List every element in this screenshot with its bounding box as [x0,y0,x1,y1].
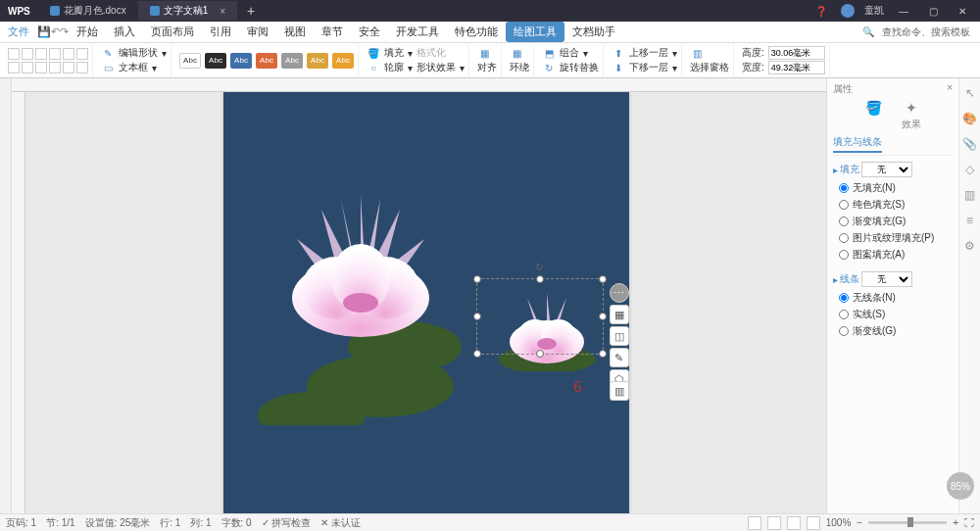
zoom-slider[interactable] [868,521,947,524]
rotate-handle-icon[interactable]: ↻ [535,262,545,271]
search-hint[interactable]: 查找命令、搜索模板 [882,25,970,39]
fill-select[interactable]: 无 [861,162,912,177]
line-option[interactable]: 无线条(N) [839,291,953,305]
fill-option[interactable]: 无填充(N) [839,181,953,195]
move-up-button[interactable]: ⬆上移一层 ▾ [612,46,677,60]
float-extra-icon[interactable]: ▥ [610,381,629,401]
height-input[interactable] [768,46,825,60]
file-menu[interactable]: 文件 [0,22,37,42]
menu-item[interactable]: 页面布局 [143,22,202,42]
menu-item[interactable]: 文档助手 [564,22,623,42]
view-mode-icon[interactable] [748,516,761,530]
resize-handle[interactable] [473,313,481,320]
menu-item[interactable]: 视图 [276,22,314,42]
fill-option[interactable]: 渐变填充(G) [839,215,953,228]
selection-box[interactable]: ↻ [476,278,604,355]
float-fill-icon[interactable]: ◫ [610,326,629,346]
combine-button[interactable]: ⬒组合 ▾ [542,46,599,60]
fill-option[interactable]: 图案填充(A) [839,248,953,262]
line-option[interactable]: 实线(S) [839,308,953,321]
float-layout-icon[interactable]: ▦ [610,305,629,324]
fill-button[interactable]: 🪣填充 ▾ 格式化 [367,46,465,60]
shapes-gallery[interactable] [4,45,93,76]
align-button[interactable]: ▦ [477,46,497,60]
resize-handle[interactable] [473,275,481,283]
menu-item[interactable]: 引用 [202,22,239,42]
resize-handle[interactable] [536,350,544,358]
rotate-button[interactable]: ↻旋转替换 [542,61,599,74]
zoom-in-icon[interactable]: + [953,517,958,528]
strip-toc-icon[interactable]: ≡ [963,214,977,227]
avatar[interactable] [841,4,855,18]
width-input[interactable] [768,61,825,74]
strip-select-icon[interactable]: ↖ [963,86,977,100]
view-mode-icon[interactable] [767,516,781,530]
status-confirm[interactable]: ✕ 未认证 [320,516,361,530]
ruler-vertical[interactable] [12,92,25,513]
style-gallery[interactable]: Abc Abc Abc Abc Abc Abc Abc [179,53,354,69]
status-section: 节: 1/1 [46,516,74,530]
line-select[interactable]: 无 [861,271,912,287]
close-button[interactable]: ✕ [953,6,972,17]
add-tab-button[interactable]: + [237,3,265,19]
selection-pane-button[interactable]: ▥ [690,46,729,60]
zoom-out-icon[interactable]: − [857,517,862,528]
strip-shape-icon[interactable]: ◇ [963,163,977,176]
move-down-button[interactable]: ⬇下移一层 ▾ [612,61,677,74]
redo-icon[interactable]: ↷ [60,25,69,38]
app-icon[interactable]: ❓ [811,6,831,17]
status-spell[interactable]: ✓ 拼写检查 [262,516,312,530]
edit-shape-button[interactable]: ✎编辑形状 ▾ [101,46,167,60]
view-mode-icon[interactable] [807,516,820,530]
fullscreen-icon[interactable]: ⛶ [964,517,974,528]
float-more-icon[interactable]: ⋯ [610,283,629,303]
tab-effect[interactable]: ✦效果 [902,100,921,131]
minimize-button[interactable]: — [894,6,913,17]
strip-style-icon[interactable]: 🎨 [963,112,977,125]
resize-handle[interactable] [599,275,607,283]
outline-button[interactable]: ○轮廓 ▾ 形状效果 ▾ [367,61,465,74]
ruler-horizontal[interactable] [12,78,826,92]
wrap-button[interactable]: ▦ [510,46,529,60]
menu-item[interactable]: 安全 [351,22,388,42]
status-page[interactable]: 页码: 1 [6,516,36,530]
panel-close-icon[interactable]: × [947,82,953,96]
properties-panel: 属性× 🪣 ✦效果 填充与线条 ▸ 填充 无 无填充(N) 纯色填充(S) 渐变… [826,78,958,513]
strip-nav-icon[interactable]: ▥ [963,188,977,202]
menu-item[interactable]: 章节 [314,22,351,42]
section-line[interactable]: 线条 [840,272,859,286]
view-mode-icon[interactable] [787,516,801,530]
tab-fill-line[interactable]: 🪣 [865,100,882,131]
document-page[interactable]: ↻ ⋯ ▦ ◫ ✎ ⬠ [223,92,629,513]
menu-item-active[interactable]: 绘图工具 [506,22,564,42]
undo-icon[interactable]: ↶ [51,25,60,38]
section-fill[interactable]: 填充 [840,163,859,176]
text-box-button[interactable]: ▭文本框 ▾ [101,61,167,74]
menu-item[interactable]: 开发工具 [388,22,447,42]
line-option[interactable]: 渐变线(G) [839,324,953,338]
strip-props-icon[interactable]: ⚙ [963,239,977,253]
close-icon[interactable]: × [220,6,225,17]
menu-item[interactable]: 审阅 [239,22,276,42]
save-icon[interactable]: 💾 [37,25,51,38]
menu-item[interactable]: 开始 [69,22,106,42]
document-tab[interactable]: 花瓣月色.docx [38,1,138,21]
search-icon[interactable]: 🔍 [862,26,874,37]
percent-badge[interactable]: 85% [947,472,974,500]
menu-item[interactable]: 特色功能 [447,22,506,42]
zoom-value[interactable]: 100% [826,517,852,528]
resize-handle[interactable] [599,313,607,320]
float-outline-icon[interactable]: ✎ [610,348,629,367]
status-chars[interactable]: 字数: 0 [221,516,252,530]
fill-option[interactable]: 图片或纹理填充(P) [839,231,953,245]
resize-handle[interactable] [536,275,544,283]
resize-handle[interactable] [599,350,607,358]
maximize-button[interactable]: ▢ [923,6,943,17]
resize-handle[interactable] [473,350,481,358]
strip-clip-icon[interactable]: 📎 [963,137,977,151]
fill-option[interactable]: 纯色填充(S) [839,198,953,212]
float-tools: ⋯ ▦ ◫ ✎ ⬠ [610,283,629,389]
subtab-fill-line[interactable]: 填充与线条 [833,135,882,153]
menu-item[interactable]: 插入 [106,22,143,42]
document-tab-active[interactable]: 文字文稿1 × [138,1,237,21]
